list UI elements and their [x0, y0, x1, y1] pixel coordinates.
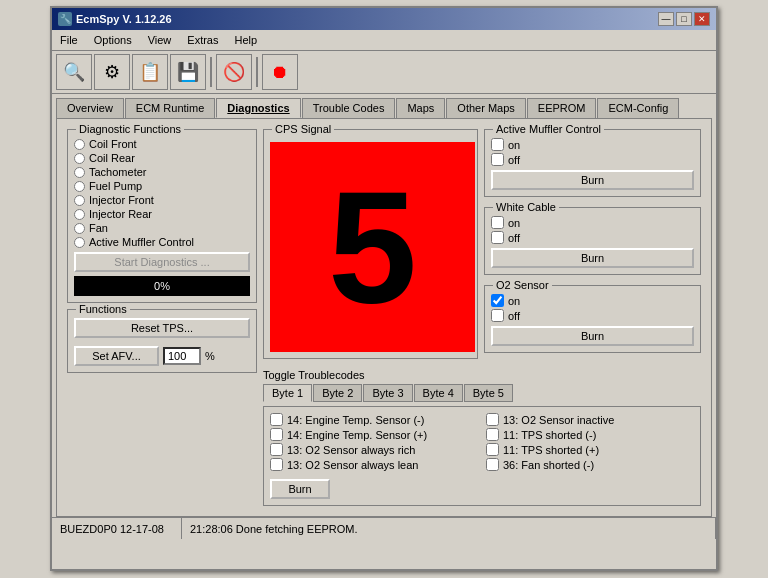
o2-off-label: off	[508, 310, 520, 322]
white-off-label: off	[508, 232, 520, 244]
set-afv-button[interactable]: Set AFV...	[74, 346, 159, 366]
muffler-on-checkbox[interactable]	[491, 138, 504, 151]
toolbar-stop[interactable]: 🚫	[216, 54, 252, 90]
o2-on-checkbox[interactable]	[491, 294, 504, 307]
toggle-troublecodes-section: Toggle Troublecodes Byte 1 Byte 2 Byte 3…	[263, 369, 701, 506]
code-check-r0[interactable]	[486, 413, 499, 426]
toolbar-log[interactable]: 📋	[132, 54, 168, 90]
o2-burn-button[interactable]: Burn	[491, 326, 694, 346]
radio-active-muffler-label: Active Muffler Control	[89, 236, 194, 248]
cps-value: 5	[328, 167, 417, 327]
o2-off-checkbox[interactable]	[491, 309, 504, 322]
toggle-tab-byte3[interactable]: Byte 3	[363, 384, 412, 402]
radio-tachometer[interactable]: Tachometer	[74, 166, 250, 178]
start-diagnostics-button[interactable]: Start Diagnostics ...	[74, 252, 250, 272]
toolbar-save[interactable]: 💾	[170, 54, 206, 90]
code-label-1: 14: Engine Temp. Sensor (+)	[287, 429, 427, 441]
toggle-tab-byte4[interactable]: Byte 4	[414, 384, 463, 402]
toggle-tab-byte5[interactable]: Byte 5	[464, 384, 513, 402]
toolbar-settings[interactable]: ⚙	[94, 54, 130, 90]
menu-extras[interactable]: Extras	[183, 32, 222, 48]
minimize-button[interactable]: —	[658, 12, 674, 26]
title-bar: 🔧 EcmSpy V. 1.12.26 — □ ✕	[52, 8, 716, 30]
muffler-on-row: on	[491, 138, 694, 151]
menu-view[interactable]: View	[144, 32, 176, 48]
menu-help[interactable]: Help	[231, 32, 262, 48]
tab-diagnostics[interactable]: Diagnostics	[216, 98, 300, 118]
tab-eeprom[interactable]: EEPROM	[527, 98, 597, 118]
code-left-col: 14: Engine Temp. Sensor (-) 14: Engine T…	[270, 413, 478, 473]
muffler-off-label: off	[508, 154, 520, 166]
o2-off-row: off	[491, 309, 694, 322]
code-label-3: 13: O2 Sensor always lean	[287, 459, 418, 471]
radio-injector-rear-label: Injector Rear	[89, 208, 152, 220]
toolbar-connect[interactable]: 🔍	[56, 54, 92, 90]
o2-sensor-title: O2 Sensor	[493, 279, 552, 291]
tab-trouble-codes[interactable]: Trouble Codes	[302, 98, 396, 118]
code-label-r0: 13: O2 Sensor inactive	[503, 414, 614, 426]
toolbar-separator-2	[256, 57, 258, 87]
code-check-2[interactable]	[270, 443, 283, 456]
white-cable-group: White Cable on off Burn	[484, 207, 701, 275]
reset-tps-button[interactable]: Reset TPS...	[74, 318, 250, 338]
menu-options[interactable]: Options	[90, 32, 136, 48]
white-off-checkbox[interactable]	[491, 231, 504, 244]
close-button[interactable]: ✕	[694, 12, 710, 26]
muffler-on-label: on	[508, 139, 520, 151]
radio-fan[interactable]: Fan	[74, 222, 250, 234]
cps-group-box: CPS Signal 5	[263, 129, 478, 359]
cps-signal-group: CPS Signal 5	[263, 129, 478, 365]
radio-injector-rear[interactable]: Injector Rear	[74, 208, 250, 220]
diagnostic-functions-title: Diagnostic Functions	[76, 123, 184, 135]
tab-ecm-config[interactable]: ECM-Config	[597, 98, 679, 118]
functions-group: Functions Reset TPS... Set AFV... %	[67, 309, 257, 373]
top-row: CPS Signal 5 Active Muffler Control	[263, 129, 701, 365]
status-right: 21:28:06 Done fetching EEPROM.	[182, 518, 716, 539]
code-check-r1[interactable]	[486, 428, 499, 441]
white-on-checkbox[interactable]	[491, 216, 504, 229]
toggle-tab-byte2[interactable]: Byte 2	[313, 384, 362, 402]
o2-sensor-group: O2 Sensor on off Burn	[484, 285, 701, 353]
toolbar: 🔍 ⚙ 📋 💾 🚫 ⏺	[52, 51, 716, 94]
white-burn-button[interactable]: Burn	[491, 248, 694, 268]
cps-display: 5	[270, 142, 475, 352]
radio-fan-label: Fan	[89, 222, 108, 234]
tab-maps[interactable]: Maps	[396, 98, 445, 118]
tab-ecm-runtime[interactable]: ECM Runtime	[125, 98, 215, 118]
afv-row: Set AFV... %	[74, 346, 250, 366]
afv-value-input[interactable]	[163, 347, 201, 365]
toggle-tab-byte1[interactable]: Byte 1	[263, 384, 312, 402]
tab-other-maps[interactable]: Other Maps	[446, 98, 525, 118]
muffler-off-checkbox[interactable]	[491, 153, 504, 166]
code-check-3[interactable]	[270, 458, 283, 471]
code-label-r3: 36: Fan shorted (-)	[503, 459, 594, 471]
code-check-r2[interactable]	[486, 443, 499, 456]
code-row-r1: 11: TPS shorted (-)	[486, 428, 694, 441]
functions-title: Functions	[76, 303, 130, 315]
toolbar-record[interactable]: ⏺	[262, 54, 298, 90]
left-panel: Diagnostic Functions Coil Front Coil Rea…	[67, 129, 257, 506]
code-right-col: 13: O2 Sensor inactive 11: TPS shorted (…	[486, 413, 694, 473]
code-check-r3[interactable]	[486, 458, 499, 471]
code-row-r3: 36: Fan shorted (-)	[486, 458, 694, 471]
radio-active-muffler[interactable]: Active Muffler Control	[74, 236, 250, 248]
app-icon: 🔧	[58, 12, 72, 26]
code-label-r1: 11: TPS shorted (-)	[503, 429, 596, 441]
radio-fuel-pump[interactable]: Fuel Pump	[74, 180, 250, 192]
maximize-button[interactable]: □	[676, 12, 692, 26]
progress-bar: 0%	[74, 276, 250, 296]
code-row-r2: 11: TPS shorted (+)	[486, 443, 694, 456]
tab-overview[interactable]: Overview	[56, 98, 124, 118]
o2-on-label: on	[508, 295, 520, 307]
muffler-burn-button[interactable]: Burn	[491, 170, 694, 190]
code-row-1: 14: Engine Temp. Sensor (+)	[270, 428, 478, 441]
code-check-1[interactable]	[270, 428, 283, 441]
radio-injector-front[interactable]: Injector Front	[74, 194, 250, 206]
radio-coil-front[interactable]: Coil Front	[74, 138, 250, 150]
code-check-0[interactable]	[270, 413, 283, 426]
menu-file[interactable]: File	[56, 32, 82, 48]
codes-burn-button[interactable]: Burn	[270, 479, 330, 499]
radio-coil-rear[interactable]: Coil Rear	[74, 152, 250, 164]
white-on-label: on	[508, 217, 520, 229]
radio-coil-front-label: Coil Front	[89, 138, 137, 150]
